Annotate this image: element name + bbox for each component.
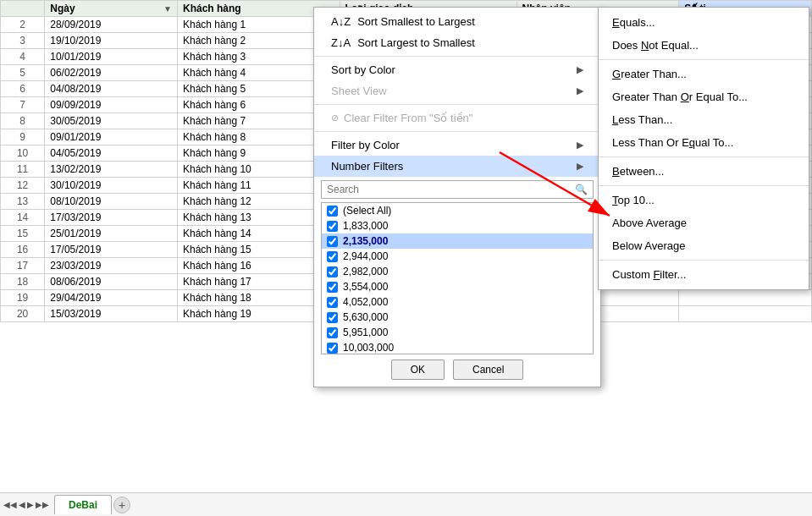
checkbox-label-3: 2,944,000	[343, 250, 388, 262]
number-filters[interactable]: Number Filters ▶	[314, 156, 600, 177]
checkbox-item-8[interactable]: 5,951,000	[322, 325, 593, 340]
column-filter-dropdown: A↓Z Sort Smallest to Largest Z↓A Sort La…	[313, 7, 601, 387]
filter-greater-than[interactable]: Greater Than...	[599, 63, 809, 85]
search-container: 🔍	[321, 180, 594, 199]
sheet-nav-arrows: ◀◀ ◀ ▶ ▶▶	[3, 500, 49, 509]
nav-first[interactable]: ◀◀	[3, 500, 17, 509]
nav-last[interactable]: ▶▶	[36, 500, 49, 509]
checkbox-item-4[interactable]: 2,982,000	[322, 264, 593, 279]
cell-12-0: 08/10/2019	[45, 194, 178, 210]
row-num-16: 17	[1, 258, 45, 274]
filter-above-avg[interactable]: Above Average	[599, 211, 809, 234]
checkbox-item-9[interactable]: 10,003,000	[322, 340, 593, 354]
sort-az-icon: A↓Z	[331, 15, 351, 28]
add-sheet-button[interactable]: +	[113, 497, 130, 513]
filter-less-label: Less Than...	[612, 113, 672, 126]
checkbox-1[interactable]	[327, 221, 338, 232]
filter-top10[interactable]: Top 10...	[599, 189, 809, 211]
filter-less-equal[interactable]: Less Than Or Equal To...	[599, 131, 809, 154]
filter-greater-equal-label: Greater Than Or Equal To...	[612, 91, 748, 103]
checkbox-5[interactable]	[327, 282, 338, 293]
row-num-7: 8	[1, 113, 45, 129]
sort-smallest-largest[interactable]: A↓Z Sort Smallest to Largest	[314, 11, 600, 32]
checkbox-label-1: 1,833,000	[343, 220, 388, 232]
row-num-6: 7	[1, 97, 45, 113]
filter-custom-label: Custom Filter...	[612, 268, 686, 281]
checkbox-6[interactable]	[327, 297, 338, 308]
cell-9-0: 04/05/2019	[45, 145, 178, 162]
cell-15-0: 17/05/2019	[45, 242, 178, 258]
separator-1	[314, 56, 600, 57]
col-filter-ngay[interactable]: ▼	[163, 4, 172, 14]
filter-custom[interactable]: Custom Filter...	[599, 263, 809, 286]
checkbox-item-0[interactable]: (Select All)	[322, 203, 593, 218]
checkbox-label-4: 2,982,000	[343, 266, 388, 277]
sort-largest-smallest[interactable]: Z↓A Sort Largest to Smallest	[314, 32, 600, 53]
cell-4-0: 06/02/2019	[45, 65, 178, 81]
filter-below-avg[interactable]: Below Average	[599, 234, 809, 257]
nav-prev[interactable]: ◀	[19, 500, 25, 509]
search-input[interactable]	[327, 184, 575, 195]
cell-so-19	[679, 306, 812, 322]
checkbox-0[interactable]	[327, 206, 338, 217]
row-num-9: 10	[1, 145, 45, 162]
button-row: OK Cancel	[314, 360, 600, 380]
checkbox-item-1[interactable]: 1,833,000	[322, 218, 593, 233]
sort-largest-label: Sort Largest to Smallest	[357, 36, 583, 49]
checkbox-4[interactable]	[327, 266, 338, 277]
filter-less-equal-label: Less Than Or Equal To...	[612, 136, 733, 149]
cell-16-0: 23/03/2019	[45, 258, 178, 274]
cell-7-0: 30/05/2019	[45, 113, 178, 129]
col-header-ngay[interactable]: Ngày ▼	[45, 1, 178, 17]
checkbox-item-7[interactable]: 5,630,000	[322, 310, 593, 325]
filter-not-equal[interactable]: Does Not Equal...	[599, 34, 809, 57]
sort-za-icon: Z↓A	[331, 36, 351, 49]
sheet-tab-debai[interactable]: DeBai	[54, 495, 112, 514]
cell-18-0: 29/04/2019	[45, 290, 178, 306]
sheet-view-label: Sheet View	[331, 85, 577, 97]
checkbox-label-0: (Select All)	[343, 205, 391, 217]
filter-between[interactable]: Between...	[599, 160, 809, 183]
filter-between-label: Between...	[612, 165, 664, 178]
checkbox-item-6[interactable]: 4,052,000	[322, 294, 593, 310]
row-num-19: 20	[1, 306, 45, 322]
cell-10-0: 13/02/2019	[45, 162, 178, 178]
filter-less-than[interactable]: Less Than...	[599, 108, 809, 131]
row-num-8: 9	[1, 129, 45, 145]
filter-equals[interactable]: Equals...	[599, 11, 809, 34]
filter-by-color[interactable]: Filter by Color ▶	[314, 134, 600, 156]
row-num-10: 11	[1, 162, 45, 178]
row-num-14: 15	[1, 226, 45, 242]
checkbox-9[interactable]	[327, 343, 338, 354]
checkbox-item-3[interactable]: 2,944,000	[322, 249, 593, 264]
checkbox-3[interactable]	[327, 251, 338, 262]
checkbox-list[interactable]: (Select All)1,833,0002,135,0002,944,0002…	[321, 202, 594, 354]
filter-greater-equal[interactable]: Greater Than Or Equal To...	[599, 85, 809, 108]
separator-3	[314, 131, 600, 132]
cancel-button[interactable]: Cancel	[453, 360, 523, 380]
checkbox-2[interactable]	[327, 236, 338, 247]
checkbox-item-2[interactable]: 2,135,000	[322, 233, 593, 249]
checkbox-7[interactable]	[327, 312, 338, 323]
sort-color-arrow: ▶	[577, 64, 583, 75]
cell-17-0: 08/06/2019	[45, 274, 178, 290]
separator-2	[314, 104, 600, 105]
sub-separator-4	[599, 260, 809, 261]
row-num-1: 2	[1, 17, 45, 33]
sort-by-color[interactable]: Sort by Color ▶	[314, 59, 600, 80]
ok-button[interactable]: OK	[391, 360, 445, 380]
filter-equals-label: Equals...	[612, 16, 655, 29]
row-num-3: 4	[1, 49, 45, 65]
checkbox-label-7: 5,630,000	[343, 311, 388, 323]
checkbox-label-9: 10,003,000	[343, 342, 394, 354]
cell-11-0: 30/10/2019	[45, 178, 178, 194]
col-label-ngay: Ngày	[50, 3, 75, 14]
row-num-13: 14	[1, 210, 45, 226]
row-num-header	[1, 1, 45, 17]
checkbox-8[interactable]	[327, 327, 338, 338]
nav-next[interactable]: ▶	[27, 500, 34, 509]
row-num-12: 13	[1, 194, 45, 210]
row-num-2: 3	[1, 33, 45, 49]
filter-color-arrow: ▶	[577, 140, 583, 151]
checkbox-item-5[interactable]: 3,554,000	[322, 279, 593, 294]
